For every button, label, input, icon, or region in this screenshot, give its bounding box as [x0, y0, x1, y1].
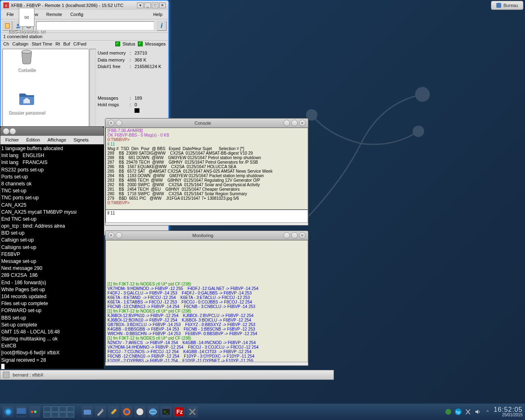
tray-klipper[interactable] — [464, 408, 472, 415]
terminal-output[interactable]: 1 language buffers allocated Init lang E… — [0, 144, 104, 372]
terminal-icon: >_ — [162, 407, 171, 416]
wrench-icon — [109, 407, 118, 416]
terminal-window[interactable]: Fichier Édition Affichage Signets 1 lang… — [0, 126, 104, 369]
home-folder-icon — [17, 89, 37, 108]
svg-text:hp: hp — [456, 410, 460, 414]
svg-point-0 — [415, 87, 430, 102]
pager-workspace[interactable] — [43, 412, 51, 418]
menu-icon[interactable] — [3, 372, 9, 378]
svg-point-1 — [413, 126, 424, 137]
pager-workspace[interactable] — [59, 412, 66, 418]
close-icon[interactable] — [299, 120, 306, 126]
folder-icon — [83, 407, 92, 416]
monitoring-output[interactable]: [1] fm F3KT-12 to NODES ctl UI^ pid CF (… — [105, 240, 308, 362]
launcher-settings[interactable] — [95, 406, 106, 418]
menu-file[interactable]: Fichier — [2, 137, 22, 143]
desktop-icon-home[interactable]: Dossier personnel — [8, 89, 45, 115]
launcher-terminal[interactable]: >_ — [160, 406, 172, 418]
launcher-dolphin[interactable] — [82, 406, 93, 418]
monitoring-window[interactable]: Monitoring [1] fm F3KT-12 to NODES ctl U… — [105, 231, 308, 366]
menu-view[interactable]: Affichage — [44, 137, 70, 143]
close-icon[interactable] — [108, 232, 114, 239]
world-icon — [148, 407, 158, 416]
checkbox-status[interactable] — [115, 41, 120, 46]
cursor — [1, 364, 5, 369]
text-file-icon — [19, 8, 34, 27]
pager[interactable] — [43, 406, 74, 418]
firefox-icon — [122, 407, 131, 416]
desktop-icon-label: Corbeille — [8, 67, 45, 73]
filezilla-icon: Fz — [175, 407, 184, 416]
svg-point-16 — [34, 411, 37, 413]
window-menu-icon[interactable] — [3, 128, 9, 135]
menu-edit[interactable]: Édition — [23, 137, 43, 143]
bureau-button[interactable]: Bureau — [491, 1, 523, 10]
tray-updates[interactable] — [445, 408, 452, 415]
maximize-icon[interactable] — [291, 232, 298, 239]
window-sticky-icon[interactable] — [9, 128, 16, 135]
pager-workspace[interactable] — [51, 412, 59, 418]
svg-point-21 — [136, 408, 144, 415]
pager-workspace[interactable] — [67, 406, 74, 412]
pager-workspace[interactable] — [43, 406, 51, 412]
close-icon[interactable] — [108, 120, 114, 126]
desktop-icon-label: BBS-keywords. txt — [8, 29, 45, 34]
console-output[interactable]: [FBB-7.06-AHMR$] OK F6BVP-BBS - 0 Msg(s)… — [105, 128, 308, 210]
svg-point-20 — [125, 410, 129, 414]
desktop-icon-trash[interactable]: Corbeille — [8, 46, 45, 73]
svg-point-22 — [149, 408, 157, 415]
svg-point-28 — [445, 409, 451, 415]
launcher-filezilla[interactable]: Fz — [173, 406, 185, 418]
desktop-icon-label: Dossier personnel — [8, 110, 45, 115]
pager-workspace[interactable] — [67, 412, 74, 418]
sticky-icon[interactable] — [116, 232, 122, 239]
window-list-bar: bernard : xfbbX — [0, 370, 334, 380]
window-title: Monitoring — [122, 233, 283, 238]
clock-time: 16:52:05 — [494, 406, 523, 413]
start-button[interactable] — [2, 406, 14, 418]
desktop-icon — [17, 408, 26, 415]
trash-icon — [17, 46, 37, 66]
globe-icon — [135, 407, 144, 416]
close-icon[interactable] — [299, 232, 306, 239]
clock-date: 25/01/2015 — [494, 413, 523, 417]
launcher-xfbb[interactable] — [187, 406, 198, 418]
svg-rect-14 — [17, 414, 26, 415]
menu-bookmarks[interactable]: Signets — [70, 137, 92, 143]
tray-volume[interactable] — [474, 408, 482, 415]
svg-rect-13 — [17, 408, 26, 414]
window-title: Console — [122, 121, 283, 126]
tray-expand[interactable]: ^ — [484, 408, 491, 415]
dots-icon — [30, 409, 39, 415]
svg-point-12 — [6, 409, 11, 414]
system-tray: hp ^ 16:52:05 25/01/2015 — [445, 406, 523, 417]
svg-rect-18 — [84, 410, 91, 415]
activities-button[interactable] — [29, 406, 40, 418]
console-window[interactable]: Console [FBB-7.06-AHMR$] OK F6BVP-BBS - … — [105, 118, 308, 226]
terminal-menubar: Fichier Édition Affichage Signets — [0, 136, 104, 144]
desktop-icon-txt[interactable]: BBS-keywords. txt — [8, 7, 45, 34]
maximize-icon[interactable] — [291, 120, 298, 126]
terminal-titlebar[interactable] — [0, 127, 104, 136]
show-desktop-button[interactable] — [16, 406, 27, 418]
pager-workspace[interactable] — [51, 406, 59, 412]
minimize-icon[interactable] — [283, 232, 290, 239]
console-input[interactable]: ll 11 — [105, 210, 308, 223]
launcher-app6[interactable] — [147, 406, 159, 418]
taskbar: >_ Fz hp ^ 16:52:05 25/01/2015 — [0, 404, 525, 420]
launcher-firefox[interactable] — [121, 406, 132, 418]
launcher-app5[interactable] — [134, 406, 146, 418]
minimize-icon[interactable] — [283, 120, 290, 126]
console-titlebar[interactable]: Console — [105, 119, 308, 128]
svg-point-3 — [22, 50, 32, 53]
clock[interactable]: 16:52:05 25/01/2015 — [494, 406, 523, 417]
mageia-icon — [3, 407, 13, 417]
sticky-icon[interactable] — [116, 120, 122, 126]
pager-workspace[interactable] — [59, 406, 66, 412]
checkbox-messages[interactable] — [138, 41, 143, 46]
launcher-info[interactable] — [108, 406, 119, 418]
task-entry[interactable]: bernard : xfbbX — [13, 372, 43, 377]
monitoring-titlebar[interactable]: Monitoring — [105, 231, 308, 240]
tray-hp[interactable]: hp — [454, 408, 462, 415]
svg-point-15 — [31, 411, 33, 413]
